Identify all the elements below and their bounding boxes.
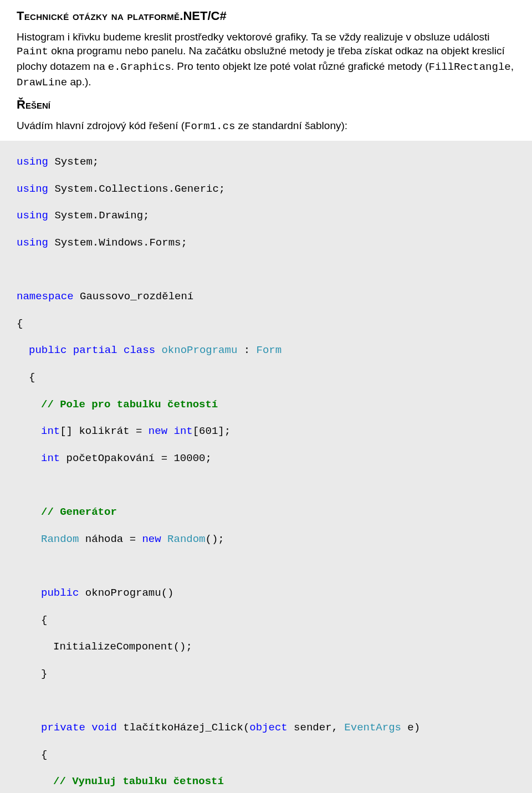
brace: } bbox=[41, 668, 47, 680]
type-random: Random bbox=[41, 533, 79, 545]
kw-int: int bbox=[41, 452, 60, 464]
p1-text-d: , bbox=[511, 60, 514, 72]
inline-code-form1cs: Form1.cs bbox=[185, 120, 235, 132]
inline-code-fillrect: FillRectangle bbox=[428, 61, 510, 73]
title-part-b: .NET/C# bbox=[180, 9, 226, 23]
brace: { bbox=[41, 614, 47, 626]
code-text: (); bbox=[206, 533, 224, 545]
code-text: Gaussovo_rozdělení bbox=[74, 290, 194, 303]
page-title: Technické otázky na platformě.NET/C# bbox=[17, 8, 515, 24]
code-text: System; bbox=[48, 156, 99, 168]
reseni-paragraph: Uvádím hlavní zdrojový kód řešení (Form1… bbox=[17, 119, 515, 134]
p1-text-e: ap.). bbox=[67, 76, 91, 88]
kw-using: using bbox=[17, 183, 48, 195]
kw-new: new bbox=[142, 533, 161, 545]
kw-int: int bbox=[167, 425, 193, 437]
type-form: Form bbox=[257, 344, 282, 356]
code-text: System.Windows.Forms; bbox=[48, 237, 187, 249]
p2-text-b: ze standardní šablony): bbox=[235, 120, 347, 131]
code-text: e) bbox=[401, 722, 420, 734]
code-text: početOpakování = 10000; bbox=[60, 452, 212, 464]
subheading-reseni: Řešení bbox=[17, 96, 515, 113]
inline-code-paint: Paint bbox=[17, 45, 48, 58]
title-part-a: Technické otázky na platformě bbox=[17, 9, 180, 23]
comment: // Generátor bbox=[41, 506, 117, 518]
kw-public: public bbox=[41, 587, 79, 599]
code-text: [] kolikrát = bbox=[60, 425, 149, 437]
code-text: tlačítkoHázej_Click( bbox=[117, 722, 249, 734]
p1-text-a: Histogram i křivku budeme kreslit prostř… bbox=[17, 31, 490, 43]
kw-using: using bbox=[17, 209, 48, 222]
kw-new: new bbox=[149, 425, 167, 437]
type-random: Random bbox=[167, 533, 205, 545]
p1-text-c: . Pro tento objekt lze poté volat různé … bbox=[171, 60, 429, 72]
kw-namespace: namespace bbox=[17, 290, 74, 303]
comment: // Vynuluj tabulku četností bbox=[53, 775, 224, 787]
inline-code-drawline: DrawLine bbox=[17, 76, 67, 89]
code-text: [601]; bbox=[193, 425, 231, 437]
kw-object: object bbox=[249, 722, 287, 734]
code-text: sender, bbox=[288, 722, 345, 734]
brace: { bbox=[41, 749, 47, 761]
type-eventargs: EventArgs bbox=[344, 722, 401, 734]
code-text: System.Collections.Generic; bbox=[48, 183, 225, 195]
code-block: using System; using System.Collections.G… bbox=[0, 141, 532, 793]
code-text: System.Drawing; bbox=[48, 209, 149, 222]
p2-text-a: Uvádím hlavní zdrojový kód řešení ( bbox=[17, 120, 185, 131]
inline-code-egraphics: e.Graphics bbox=[108, 61, 171, 73]
kw-using: using bbox=[17, 237, 48, 249]
code-text: : bbox=[237, 344, 256, 356]
kw-partial: partial bbox=[66, 344, 124, 356]
code-text: oknoProgramu() bbox=[79, 587, 173, 599]
intro-paragraph: Histogram i křivku budeme kreslit prostř… bbox=[17, 30, 515, 90]
kw-void: void bbox=[85, 722, 117, 734]
code-text: náhoda = bbox=[79, 533, 142, 545]
type-oknoprogramu: oknoProgramu bbox=[155, 344, 237, 356]
kw-int: int bbox=[41, 425, 60, 437]
kw-private: private bbox=[41, 722, 85, 734]
brace: { bbox=[17, 318, 23, 330]
kw-class: class bbox=[124, 344, 155, 356]
code-text: InitializeComponent(); bbox=[53, 641, 192, 653]
kw-using: using bbox=[17, 156, 48, 168]
brace: { bbox=[29, 371, 35, 383]
kw-public: public bbox=[29, 344, 66, 356]
comment: // Pole pro tabulku četností bbox=[41, 398, 218, 411]
